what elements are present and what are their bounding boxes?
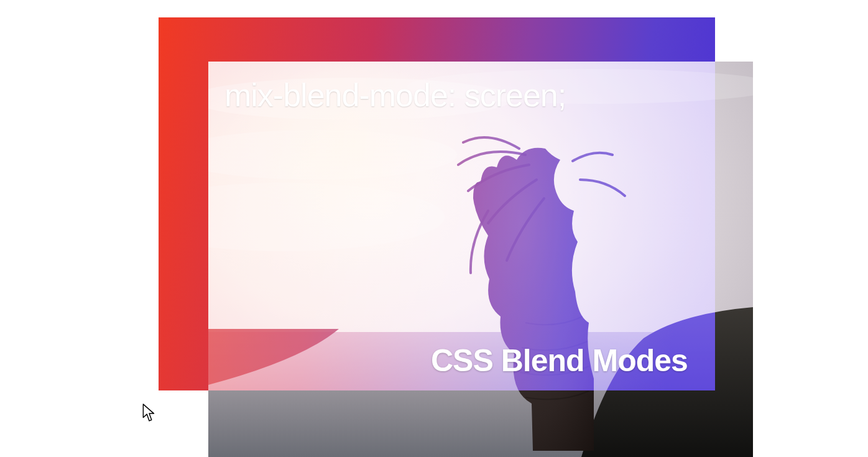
demo-title: CSS Blend Modes — [431, 344, 688, 378]
gradient-rectangle — [159, 17, 715, 390]
blend-mode-code-label: mix-blend-mode: screen; — [224, 78, 566, 113]
cursor-pointer-icon — [142, 404, 156, 422]
demo-stage: mix-blend-mode: screen; CSS Blend Modes — [0, 0, 868, 457]
